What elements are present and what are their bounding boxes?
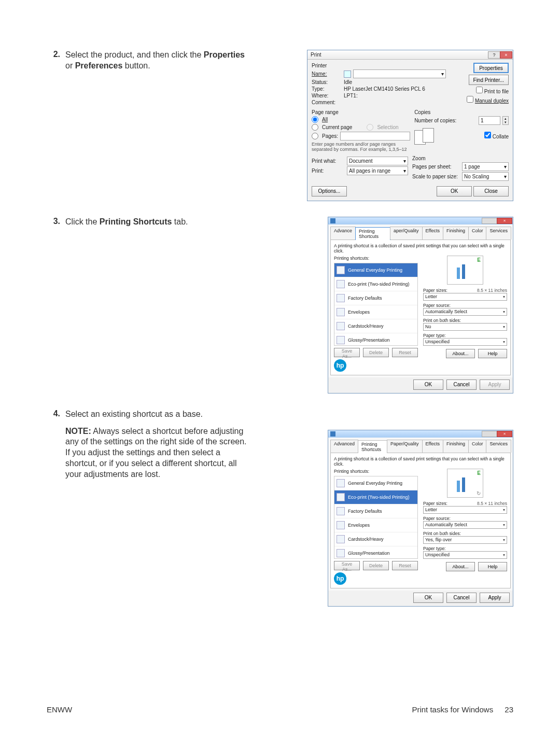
shortcut-icon — [337, 322, 345, 330]
tab-services[interactable]: Services — [486, 440, 511, 453]
shortcut-item[interactable]: General Everyday Printing — [334, 476, 417, 490]
help-button[interactable]: Help — [478, 349, 507, 358]
tab-services[interactable]: Services — [486, 227, 511, 240]
step-2: 2. Select the product, and then click th… — [47, 50, 513, 201]
shortcut-item[interactable]: Glossy/Presentation — [334, 546, 417, 559]
options-button[interactable]: Options... — [312, 186, 347, 196]
printer-icon — [344, 71, 351, 78]
shortcut-item[interactable]: Factory Defaults — [334, 291, 417, 305]
shortcut-icon — [337, 266, 345, 274]
shortcuts-list[interactable]: General Everyday PrintingEco-print (Two-… — [334, 263, 418, 346]
close-button[interactable]: Close — [473, 186, 509, 196]
pages-per-sheet-select[interactable]: 1 page▾ — [462, 162, 509, 171]
about-button[interactable]: About... — [446, 349, 475, 358]
name-label: Name: — [312, 71, 342, 77]
current-page-radio[interactable] — [312, 124, 318, 131]
shortcut-item[interactable]: Envelopes — [334, 305, 417, 319]
tab-color[interactable]: Color — [468, 440, 487, 453]
tab-color[interactable]: Color — [468, 227, 487, 240]
tab-advanced[interactable]: Advance — [330, 227, 356, 240]
cancel-button[interactable]: Cancel — [446, 379, 477, 390]
print-both-select[interactable]: Yes, flip over — [423, 536, 507, 544]
delete-button[interactable]: Delete — [363, 561, 389, 570]
reset-button[interactable]: Reset — [392, 561, 418, 570]
tab-finishing[interactable]: Finishing — [443, 227, 469, 240]
shortcut-item[interactable]: Envelopes — [334, 518, 417, 532]
ok-button[interactable]: OK — [437, 186, 472, 196]
tab-advanced[interactable]: Advanced — [330, 440, 358, 453]
apply-button[interactable]: Apply — [480, 379, 510, 390]
print-both-label: Print on both sides: — [423, 531, 461, 536]
reset-button[interactable]: Reset — [392, 348, 418, 357]
pages-input[interactable] — [340, 132, 410, 140]
save-as-button[interactable]: Save As... — [334, 561, 360, 570]
apply-button[interactable]: Apply — [480, 593, 510, 603]
tab-printing-shortcuts[interactable]: Printing Shortcuts — [358, 440, 387, 453]
zoom-label: Zoom — [412, 156, 509, 161]
printer-name-select[interactable]: ▾ — [353, 69, 446, 78]
shortcut-item[interactable]: Factory Defaults — [334, 504, 417, 518]
tab-paper-quality[interactable]: Paper/Quality — [387, 440, 423, 453]
spinner-icon[interactable]: ▴▾ — [502, 116, 509, 125]
print-what-label: Print what: — [312, 158, 345, 164]
page-range-label: Page range — [312, 109, 410, 115]
shortcuts-list[interactable]: General Everyday PrintingEco-print (Two-… — [334, 476, 418, 559]
shortcuts-list-label: Printing shortcuts: — [334, 256, 418, 261]
scale-select[interactable]: No Scaling▾ — [462, 172, 509, 181]
tab-finishing[interactable]: Finishing — [443, 440, 469, 453]
tab-effects[interactable]: Effects — [422, 227, 443, 240]
min-window-button[interactable] — [482, 431, 497, 437]
paper-type-select[interactable]: Unspecified — [423, 338, 507, 346]
shortcut-label: Factory Defaults — [348, 509, 382, 514]
step-text: Click the Printing Shortcuts tab. — [65, 217, 252, 228]
paper-sizes-select[interactable]: Letter — [423, 506, 507, 514]
find-printer-button[interactable]: Find Printer... — [469, 75, 509, 85]
shortcut-item[interactable]: Eco-print (Two-sided Printing) — [334, 490, 417, 504]
print-range-select[interactable]: All pages in range▾ — [347, 166, 408, 175]
dialog-titlebar: Print ? × — [307, 50, 513, 60]
shortcut-item[interactable]: General Everyday Printing — [334, 263, 417, 277]
paper-sizes-dim: 8.5 × 11 inches — [477, 501, 507, 506]
pages-hint: Enter page numbers and/or page ranges se… — [312, 142, 410, 152]
tab-effects[interactable]: Effects — [422, 440, 443, 453]
ok-button[interactable]: OK — [413, 379, 443, 390]
shortcut-item[interactable]: Glossy/Presentation — [334, 333, 417, 346]
properties-button[interactable]: Properties — [473, 63, 509, 73]
close-window-button[interactable]: × — [497, 431, 512, 437]
help-window-button[interactable]: ? — [488, 51, 500, 59]
ok-button[interactable]: OK — [413, 593, 443, 603]
paper-type-select[interactable]: Unspecified — [423, 551, 507, 559]
collate-icon — [414, 128, 435, 145]
delete-button[interactable]: Delete — [363, 348, 389, 357]
shortcut-label: Glossy/Presentation — [348, 551, 390, 556]
type-label: Type: — [312, 86, 342, 92]
close-window-button[interactable]: × — [500, 51, 512, 59]
all-radio[interactable] — [312, 116, 318, 123]
page-footer: ENWW Print tasks for Windows 23 — [47, 705, 513, 714]
shortcut-item[interactable]: Cardstock/Heavy — [334, 532, 417, 546]
properties-dialog-step3: × Advance Printing Shortcuts aper/Qualit… — [328, 217, 513, 393]
paper-sizes-select[interactable]: Letter — [423, 293, 507, 301]
manual-duplex-checkbox[interactable]: Manual duplex — [467, 96, 509, 104]
about-button[interactable]: About... — [446, 562, 475, 571]
close-window-button[interactable]: × — [497, 218, 512, 224]
shortcuts-list-label: Printing shortcuts: — [334, 469, 418, 474]
shortcut-item[interactable]: Cardstock/Heavy — [334, 319, 417, 333]
tab-paper-quality[interactable]: aper/Quality — [390, 227, 423, 240]
cancel-button[interactable]: Cancel — [446, 593, 477, 603]
print-both-select[interactable]: No — [423, 323, 507, 331]
tab-printing-shortcuts[interactable]: Printing Shortcuts — [355, 227, 390, 240]
shortcut-icon — [337, 336, 345, 344]
paper-source-select[interactable]: Automatically Select — [423, 521, 507, 529]
min-window-button[interactable] — [482, 218, 497, 224]
shortcut-item[interactable]: Eco-print (Two-sided Printing) — [334, 277, 417, 291]
save-as-button[interactable]: Save As... — [334, 348, 360, 357]
print-what-select[interactable]: Document▾ — [347, 157, 408, 165]
collate-checkbox[interactable]: Collate — [484, 134, 509, 139]
pages-radio[interactable] — [312, 133, 318, 139]
paper-source-select[interactable]: Automatically Select — [423, 308, 507, 316]
help-button[interactable]: Help — [478, 562, 507, 571]
print-to-file-checkbox[interactable]: Print to file — [476, 87, 509, 94]
num-copies-input[interactable] — [479, 116, 500, 125]
step-3: 3. Click the Printing Shortcuts tab. × A… — [47, 217, 513, 393]
